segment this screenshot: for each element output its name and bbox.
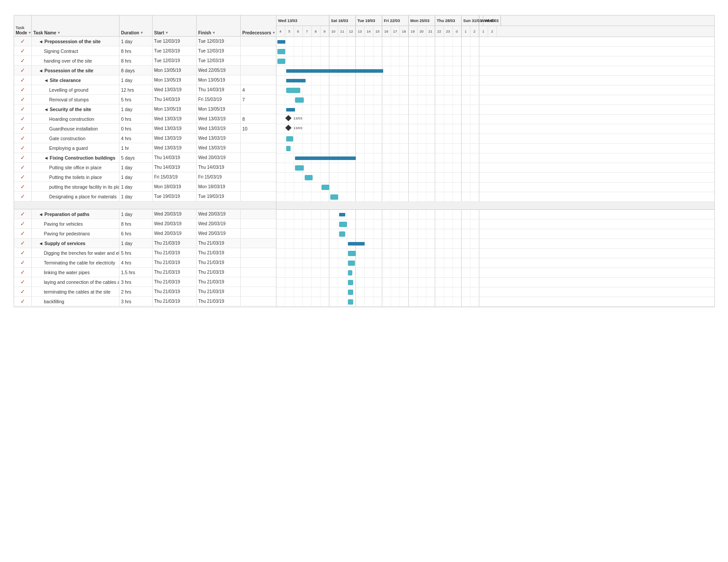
task-finish: Thu 14/03/19 <box>197 163 241 172</box>
gantt-row <box>276 202 714 210</box>
task-mode-icon: ✓ <box>14 163 32 172</box>
task-predecessors <box>241 153 276 162</box>
task-duration: 1 day <box>119 182 153 191</box>
task-duration: 1 day <box>119 163 153 172</box>
table-row: ✓Removal of stumps5 hrsThu 14/03/19Fri 1… <box>14 95 276 104</box>
table-row: ✓◄ Supply of services1 dayThu 21/03/19Th… <box>14 238 276 248</box>
table-row: ✓◄ Fixing Construction buildings5 daysTh… <box>14 153 276 163</box>
task-start: Fri 15/03/19 <box>153 172 197 182</box>
gantt-row <box>276 278 714 287</box>
table-row: ✓Signing Contract8 hrsTue 12/03/19Tue 12… <box>14 46 276 56</box>
table-row: ✓◄ Site clearance1 dayMon 13/05/19Mon 13… <box>14 75 276 85</box>
task-name: ◄ Possession of the site <box>32 66 119 75</box>
gantt-bar <box>295 97 304 103</box>
task-start: Thu 21/03/19 <box>153 297 197 306</box>
table-row: ✓handing over of the site8 hrsTue 12/03/… <box>14 56 276 66</box>
gantt-bar <box>286 79 306 82</box>
task-finish: Tue 19/03/19 <box>197 192 241 201</box>
gantt-bar <box>348 299 353 305</box>
task-finish: Wed 13/03/19 <box>197 114 241 123</box>
table-row: ✓Employing a guard1 hrWed 13/03/19Wed 13… <box>14 143 276 153</box>
task-predecessors <box>241 258 276 267</box>
task-predecessors <box>241 134 276 143</box>
gantt-rows: 13/0313/03 <box>276 37 714 307</box>
task-mode-icon: ✓ <box>14 124 32 133</box>
task-duration: 4 hrs <box>119 258 153 267</box>
gantt-bar <box>348 280 353 285</box>
header-mode: Task Mode ▼ <box>14 15 32 36</box>
task-finish: Wed 13/03/19 <box>197 143 241 153</box>
task-predecessors <box>241 209 276 219</box>
task-duration: 3 hrs <box>119 277 153 287</box>
gantt-bar <box>286 108 295 112</box>
table-row: ✓Gate construction4 hrsWed 13/03/19Wed 1… <box>14 134 276 143</box>
task-predecessors <box>241 192 276 201</box>
task-name: Terminating the cable for electricity <box>32 258 119 267</box>
header-taskname: Task Name ▼ <box>32 15 119 36</box>
task-name: backfilling <box>32 297 119 306</box>
table-row: ✓Paving for vehicles8 hrsWed 20/03/19Wed… <box>14 219 276 229</box>
table-row: ✓laying and connection of the cables and… <box>14 277 276 287</box>
task-predecessors <box>241 46 276 56</box>
task-mode-icon: ✓ <box>14 85 32 94</box>
gantt-row <box>276 239 714 249</box>
task-predecessors: 4 <box>241 85 276 94</box>
gantt-row <box>276 144 714 153</box>
task-duration: 1 day <box>119 192 153 201</box>
task-name: Paving for pedestrians <box>32 229 119 238</box>
task-predecessors: 8 <box>241 114 276 123</box>
task-mode-icon: ✓ <box>14 192 32 201</box>
gantt-bar <box>348 251 356 256</box>
task-mode-icon: ✓ <box>14 297 32 306</box>
task-predecessors <box>241 163 276 172</box>
task-mode-icon: ✓ <box>14 75 32 85</box>
gantt-row <box>276 173 714 182</box>
task-duration: 1 day <box>119 37 153 46</box>
task-predecessors <box>241 56 276 65</box>
task-duration: 8 hrs <box>119 56 153 65</box>
task-mode-icon: ✓ <box>14 182 32 191</box>
task-predecessors <box>241 37 276 46</box>
task-duration: 12 hrs <box>119 85 153 94</box>
task-start: Mon 13/05/19 <box>153 66 197 75</box>
task-mode-icon: ✓ <box>14 248 32 257</box>
task-name: ◄ Preparation of paths <box>32 209 119 219</box>
table-header: Task Mode ▼ Task Name ▼ Duration ▼ Start… <box>14 15 276 37</box>
task-predecessors <box>241 143 276 153</box>
task-finish: Wed 20/03/19 <box>197 153 241 162</box>
header-start: Start ▼ <box>153 15 197 36</box>
task-name: Levelling of ground <box>32 85 119 94</box>
gantt-row <box>276 134 714 144</box>
task-predecessors <box>241 287 276 296</box>
gantt-row <box>276 95 714 105</box>
task-duration: 8 hrs <box>119 219 153 228</box>
table-row: ✓Putting site office in place1 dayThu 14… <box>14 163 276 172</box>
task-predecessors <box>241 277 276 287</box>
task-start: Thu 21/03/19 <box>153 277 197 287</box>
task-name: ◄ Prepossession of the site <box>32 37 119 46</box>
task-start: Mon 13/05/19 <box>153 75 197 85</box>
task-duration: 8 days <box>119 66 153 75</box>
task-start: Wed 20/03/19 <box>153 209 197 219</box>
gantt-row <box>276 47 714 56</box>
task-start: Thu 21/03/19 <box>153 238 197 248</box>
task-duration: 4 hrs <box>119 134 153 143</box>
table-row: ✓backfilling3 hrsThu 21/03/19Thu 21/03/1… <box>14 297 276 306</box>
task-name: Designating a place for materials <box>32 192 119 201</box>
task-duration: 1 day <box>119 209 153 219</box>
gantt-row <box>276 105 714 115</box>
task-name: ◄ Fixing Construction buildings <box>32 153 119 162</box>
task-start: Thu 21/03/19 <box>153 268 197 277</box>
gantt-row: 13/03 <box>276 115 714 124</box>
table-row: ✓Guardhouse installation0 hrsWed 13/03/1… <box>14 124 276 134</box>
task-duration: 5 days <box>119 153 153 162</box>
gantt-bar <box>348 242 365 246</box>
task-name: laying and connection of the cables and … <box>32 277 119 287</box>
gantt-bar: 13/03 <box>286 116 302 120</box>
table-row: ✓linking the water pipes1.5 hrsThu 21/03… <box>14 268 276 277</box>
task-predecessors <box>241 229 276 238</box>
task-mode-icon: ✓ <box>14 238 32 248</box>
table-row: ✓Levelling of ground12 hrsWed 13/03/19Th… <box>14 85 276 95</box>
gantt-bar <box>277 49 285 54</box>
task-predecessors <box>241 66 276 75</box>
